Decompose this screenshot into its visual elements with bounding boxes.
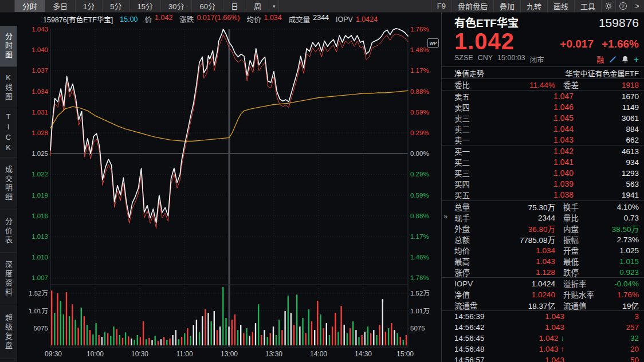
stock-code: 159876 (599, 16, 639, 30)
infobar-volume: 成交量2344 (289, 14, 329, 25)
trade-row: 14:56:48 1.043 ↑ 20 (442, 344, 644, 355)
percent-axis-label: 1.76% (410, 274, 429, 281)
price-axis-label: 1.019 (32, 192, 48, 199)
period-tab-60分[interactable]: 60分 (192, 0, 223, 12)
percent-axis-label: 0.88% (410, 88, 429, 95)
stat-row: 流通盘18.37亿 流通值19亿 (442, 300, 644, 310)
sidebar-item-成交明细[interactable]: 成交明细 (0, 158, 17, 210)
period-tab-5分[interactable]: 5分 (103, 0, 129, 12)
time-axis-label: 11:00 (176, 350, 193, 358)
period-tab-15分[interactable]: 15分 (130, 0, 161, 12)
bid-levels: 买一1.0424613 买二1.041934 买三1.0401293 买四1.0… (442, 145, 644, 200)
toolbar-menus: F9盘前盘后叠加九转画线工具 (431, 0, 601, 12)
toolbar-menu-叠加[interactable]: 叠加 (493, 0, 520, 12)
sidebar-item-TICK[interactable]: TICK (0, 108, 17, 158)
stat-row: IOPV1.0424 溢折率-0.04% (442, 278, 644, 289)
view-sidebar: 分时图K线图TICK成交明细分价表深度资料超级复盘 (0, 26, 17, 362)
percent-axis-label: 1.46% (410, 254, 429, 261)
sidebar-item-深度资料[interactable]: 深度资料 (0, 253, 17, 305)
fund-full-name: 华宝中证有色金属ETF (565, 68, 639, 78)
add-icon[interactable]: + (634, 54, 639, 64)
time-axis-label: 13:30 (265, 350, 282, 358)
help-icon[interactable]: ? (615, 0, 630, 12)
stat-row: 现手2344 量比0.73 (442, 212, 644, 223)
percent-axis-label: 1.76% (410, 26, 429, 33)
bid-row[interactable]: 买二1.041934 (442, 156, 644, 167)
ask-levels: 卖五1.0471670 卖四1.0461149 卖三1.0453061 卖二1.… (442, 91, 644, 145)
toolbar-menu-工具[interactable]: 工具 (574, 0, 601, 12)
chart-canvas[interactable]: 1.0431.76%1.0401.46%1.0371.17%1.0340.88%… (17, 26, 441, 362)
edit-icon[interactable] (609, 56, 616, 63)
market-info: SZSECNY 15:00:03闭市 (454, 54, 544, 65)
intraday-chart[interactable]: 1.0431.76%1.0401.46%1.0371.17%1.0340.88%… (17, 26, 441, 362)
trade-row: 14:56:45 1.042 ↓ 32 (442, 333, 644, 344)
period-tab-日[interactable]: 日 (223, 0, 246, 12)
infobar-symbol: 159876[有色ETF华宝] (43, 14, 113, 25)
infobar-iopv: IOPV1.0424 (336, 15, 378, 23)
percent-axis-label: 0.00% (410, 150, 429, 157)
toolbar-menu-九转[interactable]: 九转 (520, 0, 547, 12)
stat-row: 外盘36.80万 内盘38.50万 (442, 223, 644, 234)
dropdown-caret-icon[interactable]: ▾ (269, 0, 280, 12)
toolbar-left-pad (0, 0, 15, 12)
time-axis-label: 09:30 (45, 350, 62, 358)
time-axis-label: 10:30 (131, 350, 148, 358)
period-tabs: 分时多日1分5分15分30分60分日周 (15, 0, 269, 12)
stat-row: 均价1.034 开盘1.025 (442, 245, 644, 255)
time-axis-label: 13:00 (221, 350, 238, 358)
period-tab-多日[interactable]: 多日 (45, 0, 76, 12)
period-tab-1分[interactable]: 1分 (76, 0, 103, 12)
ask-row[interactable]: 卖二1.044884 (442, 123, 644, 134)
nav-trend-row[interactable]: 净值走势 华宝中证有色金属ETF (442, 67, 644, 78)
period-tab-30分[interactable]: 30分 (161, 0, 192, 12)
toolbar-menu-F9[interactable]: F9 (431, 0, 451, 12)
chart-info-bar: 159876[有色ETF华宝] 15:00 价1.042 涨跌0.017(1.6… (0, 13, 441, 26)
percent-axis-label: 0.59% (410, 192, 429, 199)
bid-row[interactable]: 买一1.0424613 (442, 145, 644, 156)
stock-name: 有色ETF华宝 (454, 14, 519, 30)
toolbar-menu-画线[interactable]: 画线 (547, 0, 574, 12)
quote-panel: » 有色ETF华宝 159876 1.042 +0.017+1.66% SZSE… (441, 13, 644, 362)
time-axis-label: 14:30 (355, 350, 372, 358)
trade-row: 14:56:57 1.043 50 (442, 355, 644, 362)
time-axis-label: 10:00 (87, 350, 104, 358)
margin-badge[interactable]: 融 (596, 54, 604, 65)
bid-row[interactable]: 买五1.0381941 (442, 189, 644, 200)
sidebar-item-分价表[interactable]: 分价表 (0, 210, 17, 253)
bell-icon[interactable] (622, 56, 629, 63)
price-axis-label: 1.040 (32, 46, 48, 53)
price-axis-label: 1.007 (32, 274, 48, 281)
gear-icon[interactable] (601, 0, 615, 12)
period-tab-分时[interactable]: 分时 (15, 0, 45, 12)
arrow-down-icon: ↓ (560, 334, 564, 343)
ask-row[interactable]: 卖四1.0461149 (442, 101, 644, 112)
stat-row: 总额7785.08万 振幅2.73% (442, 234, 644, 245)
bid-row[interactable]: 买三1.0401293 (442, 167, 644, 178)
toolbar-menu-盘前盘后[interactable]: 盘前盘后 (451, 0, 493, 12)
ask-row[interactable]: 卖一1.043662 (442, 134, 644, 145)
stat-row: 最高1.043 最低1.015 (442, 255, 644, 266)
price-axis-label: 1.013 (32, 233, 48, 240)
sidebar-item-K线图[interactable]: K线图 (0, 67, 17, 108)
chevron-right-icon[interactable]: > (630, 0, 644, 12)
toolbar-spacer (279, 0, 430, 12)
price-axis-label: 1.034 (32, 88, 48, 95)
stats-grid: 总量75.30万 换手4.10% 现手2344 量比0.73 外盘36.80万 … (442, 200, 644, 310)
wp-logo-icon: WP (427, 38, 439, 48)
quote-header: 有色ETF华宝 159876 1.042 +0.017+1.66% SZSECN… (442, 13, 644, 66)
sidebar-item-超级复盘[interactable]: 超级复盘 (0, 305, 17, 359)
bid-row[interactable]: 买四1.039563 (442, 178, 644, 189)
sidebar-item-分时图[interactable]: 分时图 (0, 26, 17, 67)
price-axis-label: 1.010 (32, 254, 48, 261)
price-axis-label: 1.022 (32, 171, 48, 178)
collapse-arrow-icon[interactable]: » (443, 212, 447, 221)
percent-axis-label: 1.17% (410, 233, 429, 240)
percent-axis-label: 0.88% (410, 213, 429, 219)
trade-tape[interactable]: 14:56:39 1.043 3 14:56:42 1.043 257 14:5… (442, 311, 644, 362)
percent-axis-label: 1.46% (410, 46, 429, 53)
ask-row[interactable]: 卖三1.0453061 (442, 112, 644, 123)
arrow-up-icon: ↑ (560, 345, 564, 353)
ask-row[interactable]: 卖五1.0471670 (442, 91, 644, 101)
period-tab-周[interactable]: 周 (246, 0, 269, 12)
nav-trend-label: 净值走势 (454, 68, 484, 78)
